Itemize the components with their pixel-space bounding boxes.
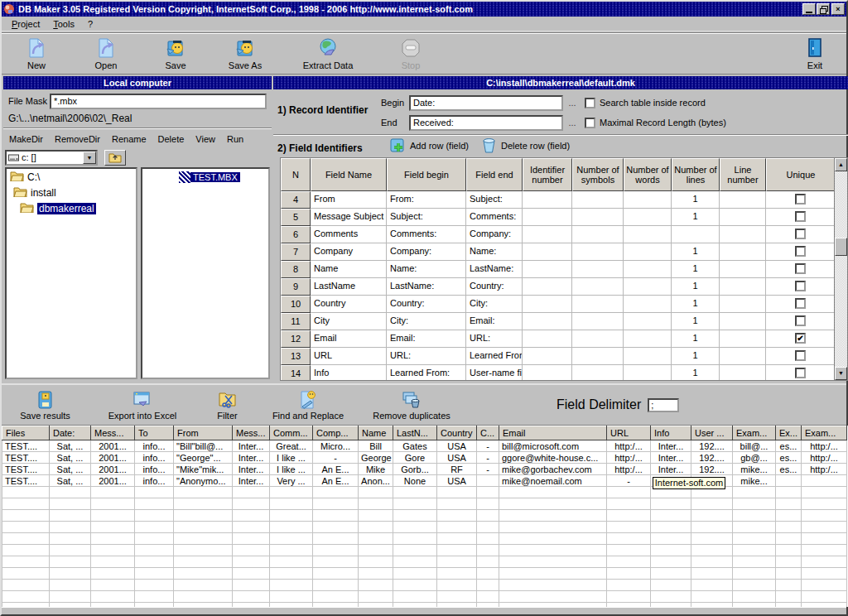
field-cell[interactable]: Comments:	[466, 209, 523, 226]
open-button[interactable]: Open	[71, 35, 141, 73]
field-cell[interactable]	[624, 261, 672, 278]
results-cell[interactable]: 192....	[691, 452, 733, 464]
results-cell[interactable]: 2001...	[91, 440, 135, 452]
field-cell[interactable]	[720, 330, 766, 348]
results-cell[interactable]: Sat, ...	[50, 452, 91, 464]
field-cell[interactable]	[523, 261, 572, 278]
field-cell[interactable]	[572, 226, 624, 243]
row-number-cell[interactable]: 14	[281, 365, 311, 380]
field-cell[interactable]: City:	[387, 313, 466, 330]
field-cell[interactable]: User-name fi	[466, 365, 523, 380]
drive-select[interactable]: c: [] ▼	[5, 150, 98, 166]
results-cell[interactable]: mike...	[733, 475, 776, 487]
results-cell[interactable]: mike...	[733, 464, 776, 475]
unique-checkbox[interactable]	[795, 281, 806, 291]
unique-checkbox[interactable]	[795, 211, 806, 222]
field-cell[interactable]: Learned From:	[387, 365, 466, 380]
makedir-button[interactable]: MakeDir	[3, 132, 49, 146]
restore-button[interactable]	[817, 3, 830, 15]
field-cell[interactable]	[624, 330, 672, 348]
field-cell[interactable]: 1	[672, 261, 720, 278]
field-cell[interactable]: Subject:	[466, 191, 523, 209]
results-cell[interactable]: mike@gorbachev.com	[499, 464, 607, 475]
results-cell[interactable]: http:/...	[607, 440, 651, 452]
file-item[interactable]: TEST.MBX	[179, 171, 268, 184]
results-cell[interactable]: http:/...	[802, 464, 847, 475]
field-cell[interactable]: Company	[311, 243, 387, 261]
menu-project[interactable]: Project	[5, 17, 46, 31]
results-cell[interactable]: es...	[776, 464, 802, 475]
results-cell[interactable]: bill@microsoft.com	[499, 440, 607, 452]
results-cell[interactable]: I like ...	[270, 452, 313, 464]
field-cell[interactable]: Country:	[466, 278, 523, 296]
results-cell[interactable]: info...	[135, 452, 174, 464]
field-cell[interactable]	[624, 226, 672, 243]
field-cell[interactable]	[572, 296, 624, 313]
results-cell[interactable]: Sat, ...	[50, 440, 91, 452]
field-cell[interactable]: LastName:	[387, 278, 466, 296]
field-cell[interactable]	[624, 348, 672, 365]
results-cell[interactable]: "George"...	[174, 452, 233, 464]
row-number-cell[interactable]: 12	[281, 330, 311, 348]
field-cell[interactable]	[624, 191, 672, 209]
row-number-cell[interactable]: 4	[281, 191, 311, 209]
results-row[interactable]: TEST....Sat, ...2001...info..."Bill"bill…	[2, 440, 847, 452]
field-cell[interactable]: LastName	[311, 278, 387, 296]
results-cell[interactable]: Inter...	[233, 475, 270, 487]
results-cell[interactable]: RF	[437, 464, 477, 475]
field-cell[interactable]: Learned From	[466, 348, 523, 365]
scrollbar-thumb[interactable]	[835, 238, 847, 256]
field-cell[interactable]: 1	[672, 348, 720, 365]
results-cell[interactable]: Inter...	[233, 440, 270, 452]
field-cell[interactable]: LastName:	[466, 261, 523, 278]
results-cell[interactable]: TEST....	[2, 440, 50, 452]
results-cell[interactable]: 2001...	[91, 452, 135, 464]
row-number-cell[interactable]: 7	[281, 243, 311, 261]
field-cell[interactable]	[572, 209, 624, 226]
field-cell[interactable]	[572, 278, 624, 296]
folder-item[interactable]: install	[7, 185, 136, 200]
results-row[interactable]: TEST....Sat, ...2001...info..."Mike"mik.…	[2, 464, 847, 475]
field-cell[interactable]: Name:	[387, 261, 466, 278]
results-cell[interactable]: USA	[437, 452, 477, 464]
results-cell[interactable]: None	[393, 475, 437, 487]
field-cell[interactable]: Email:	[387, 330, 466, 348]
field-cell[interactable]	[523, 209, 572, 226]
results-cell[interactable]: info...	[135, 464, 174, 475]
delete-row-button[interactable]: Delete row (field)	[480, 137, 570, 154]
menu-help[interactable]: ?	[81, 17, 99, 31]
results-cell[interactable]: -	[477, 464, 499, 475]
field-cell[interactable]: From:	[387, 191, 466, 209]
field-cell[interactable]	[523, 330, 572, 348]
run-button[interactable]: Run	[221, 132, 249, 146]
unique-checkbox[interactable]	[795, 263, 806, 274]
extract-data-button[interactable]: Extract Data	[293, 35, 363, 73]
field-table-scrollbar[interactable]: ▲ ▼	[834, 158, 847, 380]
field-cell[interactable]: Email	[311, 330, 387, 348]
search-table-checkbox[interactable]	[585, 98, 595, 108]
unique-checkbox[interactable]	[795, 368, 806, 378]
results-cell[interactable]: 2001...	[91, 475, 135, 487]
unique-checkbox[interactable]	[795, 315, 806, 326]
remove-duplicates-button[interactable]: Remove duplicates	[358, 386, 465, 424]
field-cell[interactable]	[720, 191, 766, 209]
view-button[interactable]: View	[190, 132, 221, 146]
save-results-button[interactable]: Save results	[2, 386, 89, 424]
field-cell[interactable]	[720, 261, 766, 278]
field-cell[interactable]: From	[311, 191, 387, 209]
field-cell[interactable]: URL	[311, 348, 387, 365]
save-as-button[interactable]: Save As	[210, 35, 280, 73]
results-cell[interactable]: info...	[135, 475, 174, 487]
field-cell[interactable]	[720, 365, 766, 380]
field-cell[interactable]	[720, 278, 766, 296]
field-cell[interactable]: 1	[672, 330, 720, 348]
field-cell[interactable]	[523, 226, 572, 243]
field-cell[interactable]: Message Subject	[311, 209, 387, 226]
field-cell[interactable]	[624, 278, 672, 296]
folder-item[interactable]: C:\	[7, 169, 136, 185]
removedir-button[interactable]: RemoveDir	[49, 132, 106, 146]
results-cell[interactable]: http:/...	[607, 464, 651, 475]
results-cell[interactable]: TEST....	[2, 475, 50, 487]
results-cell[interactable]: es...	[776, 440, 802, 452]
stop-button[interactable]: Stop	[376, 35, 446, 73]
